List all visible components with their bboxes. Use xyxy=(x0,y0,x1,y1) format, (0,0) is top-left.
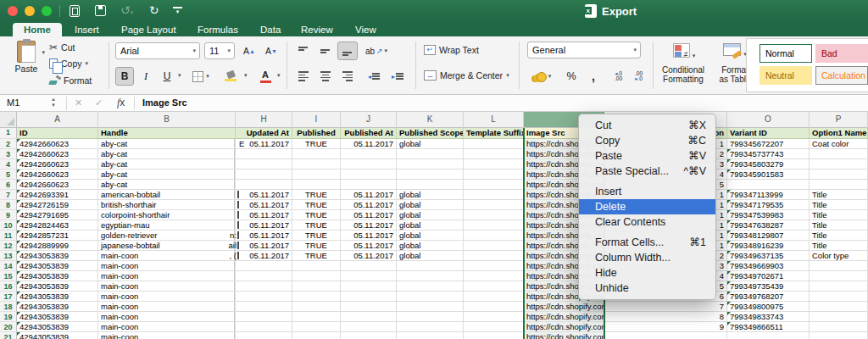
cancel-icon[interactable]: ✕ xyxy=(75,97,82,108)
font-name-combo[interactable]: Arial▾ xyxy=(115,42,200,59)
header-cell-5[interactable]: Published Scope xyxy=(397,128,464,139)
cell-r15c0[interactable]: 42943053839 xyxy=(17,271,98,281)
cell-r5c6[interactable] xyxy=(464,170,524,180)
cell-r21c2[interactable] xyxy=(236,332,292,339)
row-header-1[interactable]: 1 xyxy=(0,128,17,139)
cell-r14c1[interactable]: main-coon xyxy=(98,261,236,271)
cell-r13c10[interactable]: Color type xyxy=(810,251,868,261)
cell-r19c5[interactable] xyxy=(397,312,464,322)
cell-r6c9[interactable] xyxy=(727,180,810,190)
cell-r17c3[interactable] xyxy=(292,292,341,302)
cell-r18c1[interactable]: main-coon xyxy=(98,302,236,312)
cell-r16c5[interactable] xyxy=(397,281,464,292)
cell-r21c4[interactable] xyxy=(341,332,397,339)
minimize-window-button[interactable] xyxy=(25,6,35,16)
cell-r15c5[interactable] xyxy=(397,271,464,281)
cell-r14c6[interactable] xyxy=(464,261,524,271)
zoom-window-button[interactable] xyxy=(42,6,52,16)
cell-r21c0[interactable]: 42943053839 xyxy=(17,332,98,339)
cell-r21c10[interactable] xyxy=(810,332,868,339)
cell-r18c0[interactable]: 42943053839 xyxy=(17,302,98,312)
cell-r21c8[interactable] xyxy=(604,332,727,339)
cell-r7c0[interactable]: 42942693391 xyxy=(17,190,98,200)
align-top-button[interactable] xyxy=(293,42,314,60)
cell-r21c1[interactable]: main-coon xyxy=(98,332,236,339)
font-size-combo[interactable]: 11▾ xyxy=(204,42,235,59)
select-all-corner[interactable] xyxy=(0,112,17,128)
cell-r19c0[interactable]: 42943053839 xyxy=(17,312,98,322)
cell-r8c2[interactable]: 05.11.2017 xyxy=(236,200,292,210)
cell-r2c5[interactable]: global xyxy=(397,139,464,149)
cell-r3c2[interactable] xyxy=(236,149,292,159)
borders-button[interactable]: ▾ xyxy=(188,67,214,86)
cell-r21c6[interactable] xyxy=(464,332,524,339)
cell-r2c1[interactable]: aby-cat xyxy=(98,139,236,149)
cell-r8c10[interactable]: Title xyxy=(810,200,868,210)
cell-r8c3[interactable]: TRUE xyxy=(292,200,341,210)
cell-r2c6[interactable] xyxy=(464,139,524,149)
cell-r16c9[interactable]: 799349735439 xyxy=(727,281,810,292)
cell-r20c9[interactable]: 799349866511 xyxy=(727,322,810,332)
cell-r10c9[interactable]: 799347638287 xyxy=(727,220,810,231)
merge-center-button[interactable]: ↔ Merge & Center ▾ xyxy=(424,69,509,82)
row-header-2[interactable]: 2 xyxy=(0,139,17,149)
cell-r10c3[interactable]: TRUE xyxy=(292,220,341,231)
row-header-3[interactable]: 3 xyxy=(0,149,17,159)
cell-r10c5[interactable]: global xyxy=(397,220,464,231)
cell-r10c0[interactable]: 42942824463 xyxy=(17,220,98,231)
new-document-icon[interactable] xyxy=(70,5,80,17)
cell-r17c10[interactable] xyxy=(810,292,868,302)
column-header-10[interactable]: P xyxy=(810,112,868,128)
cell-r17c2[interactable] xyxy=(236,292,292,302)
cell-r18c9[interactable]: 799349800975 xyxy=(727,302,810,312)
menu-item-cut[interactable]: Cut⌘X xyxy=(579,118,715,133)
menu-item-format-cells[interactable]: Format Cells...⌘1 xyxy=(579,235,715,250)
column-header-4[interactable]: J xyxy=(341,112,397,128)
cell-r16c6[interactable] xyxy=(464,281,524,292)
cell-r8c4[interactable]: 05.11.2017 xyxy=(341,200,397,210)
cell-r9c10[interactable]: Title xyxy=(810,210,868,220)
cell-r4c1[interactable]: aby-cat xyxy=(98,159,236,170)
cell-r19c3[interactable] xyxy=(292,312,341,322)
cell-r10c4[interactable]: 05.11.2017 xyxy=(341,220,397,231)
cell-r17c4[interactable] xyxy=(341,292,397,302)
cell-r13c9[interactable]: 799349637135 xyxy=(727,251,810,261)
percent-style-button[interactable]: % xyxy=(561,67,581,86)
orientation-button[interactable]: ab↗▾ xyxy=(363,42,390,60)
name-box[interactable]: M1 xyxy=(7,97,19,108)
cell-r7c10[interactable]: Title xyxy=(810,190,868,200)
cell-r13c2[interactable]: 05.11.2017 xyxy=(236,251,292,261)
row-header-18[interactable]: 18 xyxy=(0,302,17,312)
cell-r11c6[interactable] xyxy=(464,231,524,241)
cell-r10c6[interactable] xyxy=(464,220,524,231)
cell-r8c5[interactable]: global xyxy=(397,200,464,210)
cell-r18c7[interactable]: https://cdn.shopify.com/s/files/1/2025 xyxy=(524,302,604,312)
cell-r13c5[interactable]: global xyxy=(397,251,464,261)
name-box-stepper[interactable]: ▲▼ xyxy=(51,97,56,108)
header-cell-4[interactable]: Published At xyxy=(341,128,397,139)
cell-r14c2[interactable] xyxy=(236,261,292,271)
cell-r19c1[interactable]: main-coon xyxy=(98,312,236,322)
cell-r12c2[interactable]: 05.11.2017 xyxy=(236,241,292,251)
cell-r6c0[interactable]: 42942660623 xyxy=(17,180,98,190)
cell-r16c10[interactable] xyxy=(810,281,868,292)
cell-r20c8[interactable]: 9 xyxy=(604,322,727,332)
row-header-4[interactable]: 4 xyxy=(0,159,17,170)
cell-r7c5[interactable]: global xyxy=(397,190,464,200)
undo-icon[interactable]: ↺▾ xyxy=(120,3,133,17)
currency-button[interactable]: ▾ xyxy=(527,67,558,86)
save-icon[interactable] xyxy=(95,5,106,16)
column-header-1[interactable]: B xyxy=(98,112,236,128)
cell-r19c2[interactable] xyxy=(236,312,292,322)
cell-r16c4[interactable] xyxy=(341,281,397,292)
cell-r19c7[interactable]: https://cdn.shopify.com/s/files/1/2025 xyxy=(524,312,604,322)
column-header-2[interactable]: H xyxy=(236,112,292,128)
decrease-decimal-button[interactable]: .00▸.0 xyxy=(629,67,648,86)
cell-r14c5[interactable] xyxy=(397,261,464,271)
cell-r3c0[interactable]: 42942660623 xyxy=(17,149,98,159)
header-cell-3[interactable]: Published xyxy=(292,128,341,139)
header-cell-10[interactable]: Option1 Name xyxy=(810,128,868,139)
cell-r20c0[interactable]: 42943053839 xyxy=(17,322,98,332)
cell-r12c9[interactable]: 799348916239 xyxy=(727,241,810,251)
row-header-21[interactable]: 21 xyxy=(0,332,17,339)
